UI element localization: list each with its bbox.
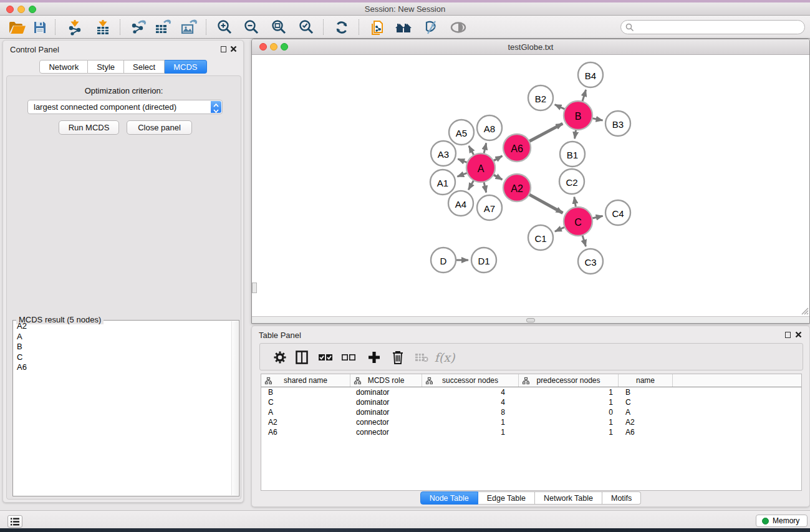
search-input[interactable] (620, 20, 805, 34)
zoom-out-icon[interactable] (241, 19, 263, 36)
column-header-shared-name[interactable]: shared name (261, 374, 350, 387)
graph-edge-A-A4[interactable] (468, 180, 474, 190)
graph-edge-A-A2[interactable] (493, 175, 502, 180)
mcds-result-item[interactable]: A6 (14, 362, 231, 373)
memory-button[interactable]: Memory (756, 515, 808, 527)
graph-node-D[interactable]: D (431, 248, 456, 273)
tab-network-table[interactable]: Network Table (535, 491, 602, 505)
column-header-successor-nodes[interactable]: successor nodes (422, 374, 519, 387)
graph-node-A3[interactable]: A3 (431, 141, 456, 166)
table-row[interactable]: A6connector11A6 (261, 427, 801, 437)
graph-edge-C-C4[interactable] (592, 216, 603, 218)
zoom-in-icon[interactable] (215, 19, 236, 36)
network-scroll-thumb[interactable] (526, 318, 535, 322)
export-image-icon[interactable] (178, 19, 200, 36)
run-mcds-button[interactable]: Run MCDS (59, 120, 119, 135)
table-row[interactable]: Bdominator41B (261, 387, 801, 397)
tab-mcds[interactable]: MCDS (165, 60, 206, 74)
select-none-icon[interactable] (339, 348, 358, 367)
graph-edge-B-B3[interactable] (592, 118, 603, 120)
graph-node-A5[interactable]: A5 (449, 120, 474, 145)
graph-edge-B-B1[interactable] (575, 129, 576, 139)
column-header-MCDS-role[interactable]: MCDS role (350, 374, 422, 387)
graph-edge-B-B4[interactable] (582, 90, 586, 102)
graph-node-C4[interactable]: C4 (605, 200, 630, 225)
tab-node-table[interactable]: Node Table (420, 491, 478, 505)
graph-node-A1[interactable]: A1 (430, 170, 455, 195)
delete-column-icon[interactable] (388, 348, 407, 367)
float-panel-icon[interactable] (221, 46, 226, 52)
graph-edge-C-C2[interactable] (574, 197, 576, 208)
mcds-result-item[interactable]: A (14, 332, 231, 342)
float-table-panel-icon[interactable] (785, 332, 791, 338)
zoom-fit-icon[interactable] (269, 19, 290, 36)
graph-node-B4[interactable]: B4 (578, 62, 603, 87)
refresh-icon[interactable] (331, 19, 352, 36)
graph-edge-A-A7[interactable] (484, 181, 486, 193)
graph-edge-A-A1[interactable] (457, 173, 468, 177)
panel-list-button[interactable] (7, 515, 22, 528)
open-file-icon[interactable] (7, 19, 28, 36)
graph-edge-C-C3[interactable] (582, 235, 586, 246)
save-session-icon[interactable] (29, 19, 51, 36)
column-header-name[interactable]: name (619, 374, 673, 387)
mcds-result-item[interactable]: B (14, 342, 231, 352)
network-left-scroll-handle[interactable] (252, 283, 257, 293)
graph-node-C1[interactable]: C1 (528, 225, 553, 250)
result-scrollbar[interactable] (231, 321, 238, 495)
graph-node-A8[interactable]: A8 (477, 115, 502, 140)
clone-network-icon[interactable] (367, 19, 388, 36)
graph-edge-A-A8[interactable] (484, 143, 486, 154)
table-row[interactable]: A2connector11A2 (261, 417, 801, 427)
graph-node-A7[interactable]: A7 (477, 195, 502, 220)
graphics-details-icon[interactable] (420, 19, 441, 36)
export-table-icon[interactable] (152, 19, 173, 36)
import-network-icon[interactable] (64, 19, 85, 36)
eye-icon[interactable] (448, 19, 469, 36)
home-icon[interactable] (393, 19, 414, 36)
close-table-panel-icon[interactable] (795, 331, 802, 338)
graph-edge-A2-C[interactable] (528, 194, 562, 213)
close-panel-button[interactable]: Close panel (127, 120, 192, 135)
mcds-result-item[interactable]: C (14, 352, 231, 363)
table-row[interactable]: Adominator80A (261, 407, 801, 417)
graph-edge-A-A6[interactable] (493, 156, 502, 161)
graph-node-C3[interactable]: C3 (578, 249, 603, 274)
graph-node-A[interactable]: A (466, 153, 495, 182)
zoom-selected-icon[interactable] (296, 19, 317, 36)
graph-node-B2[interactable]: B2 (528, 85, 553, 110)
graph-node-C2[interactable]: C2 (559, 169, 584, 194)
graph-node-A6[interactable]: A6 (503, 134, 531, 162)
graph-node-B[interactable]: B (564, 101, 592, 130)
select-all-icon[interactable] (316, 348, 335, 367)
tab-motifs[interactable]: Motifs (602, 491, 641, 505)
graph-node-D1[interactable]: D1 (471, 248, 496, 273)
graph-node-A2[interactable]: A2 (503, 174, 531, 201)
graph-node-B3[interactable]: B3 (605, 111, 630, 136)
network-horizontal-scrollbar[interactable] (252, 316, 809, 323)
column-header-predecessor-nodes[interactable]: predecessor nodes (519, 374, 619, 387)
graph-node-A4[interactable]: A4 (448, 191, 473, 216)
export-network-icon[interactable] (128, 19, 149, 36)
graph-edge-A-A5[interactable] (469, 146, 475, 156)
import-table-icon[interactable] (92, 19, 113, 36)
table-row[interactable]: Cdominator41C (261, 397, 801, 407)
graph-edge-A6-B[interactable] (529, 123, 563, 142)
network-canvas[interactable]: AA1A2A3A4A5A6A7A8BB1B2B3B4CC1C2C3C4DD1 (252, 55, 809, 317)
add-column-icon[interactable] (365, 348, 383, 367)
criterion-dropdown[interactable]: largest connected component (directed) (27, 100, 223, 114)
column-browser-icon[interactable] (292, 348, 311, 367)
tab-network[interactable]: Network (39, 60, 88, 74)
window-resize-grip[interactable] (799, 306, 809, 315)
graph-node-C[interactable]: C (564, 207, 592, 236)
tab-style[interactable]: Style (88, 60, 124, 74)
close-panel-icon[interactable] (230, 46, 237, 52)
mcds-result-item[interactable]: A2 (14, 321, 231, 332)
graph-edge-C-C1[interactable] (555, 227, 566, 231)
graph-node-B1[interactable]: B1 (560, 142, 585, 167)
graph-edge-B-B2[interactable] (555, 105, 566, 110)
tab-select[interactable]: Select (124, 60, 165, 74)
graph-edge-A-A3[interactable] (458, 159, 468, 163)
tab-edge-table[interactable]: Edge Table (478, 491, 535, 505)
settings-gear-icon[interactable] (271, 348, 289, 367)
